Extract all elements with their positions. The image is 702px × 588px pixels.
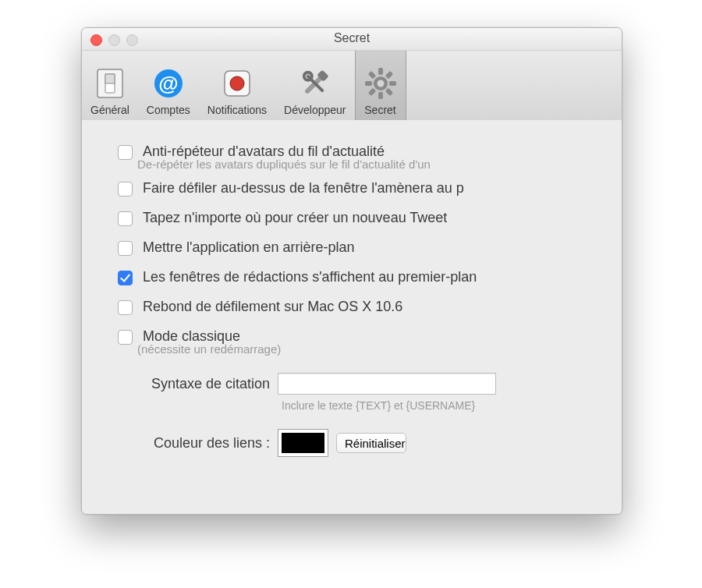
tab-label: Général [90, 104, 129, 116]
svg-rect-17 [367, 88, 376, 97]
svg-text:@: @ [158, 72, 178, 95]
secret-pane: Anti-répéteur d'avatars du fil d'actuali… [82, 120, 622, 514]
link-color-row: Couleur des liens : Réinitialiser [137, 429, 589, 457]
tab-label: Développeur [284, 104, 346, 116]
svg-rect-12 [378, 68, 383, 75]
option-sublabel: De-répéter les avatars dupliqués sur le … [137, 158, 589, 171]
tab-secret[interactable]: Secret [355, 51, 406, 121]
preferences-toolbar: Général @ Comptes Notifications [82, 51, 622, 122]
tab-label: Comptes [147, 104, 190, 116]
anti-repeater-checkbox[interactable] [118, 145, 133, 160]
tools-icon [298, 66, 332, 101]
reset-link-color-button[interactable]: Réinitialiser [336, 433, 406, 453]
svg-point-6 [230, 76, 244, 90]
svg-rect-14 [365, 81, 372, 86]
quote-syntax-hint: Inclure le texte {TEXT} et {USERNAME} [282, 399, 589, 412]
svg-rect-13 [378, 92, 383, 99]
quote-syntax-input[interactable] [278, 373, 496, 395]
preferences-window: Secret Général @ Comptes [81, 27, 622, 515]
tab-general[interactable]: Général [82, 51, 138, 121]
link-color-well[interactable] [278, 429, 328, 457]
record-icon [220, 66, 254, 101]
option-scroll-above: Faire défiler au-dessus de la fenêtre l'… [115, 180, 589, 199]
option-scroll-bounce: Rebond de défilement sur Mac OS X 10.6 [115, 299, 589, 317]
scroll-bounce-checkbox[interactable] [118, 300, 133, 315]
svg-rect-18 [367, 71, 376, 80]
option-sublabel: (nécessite un redémarrage) [137, 342, 589, 356]
svg-point-20 [377, 80, 384, 87]
titlebar: Secret [82, 28, 622, 51]
svg-rect-15 [389, 81, 396, 86]
color-swatch [282, 433, 324, 453]
option-label: Tapez n'importe où pour créer un nouveau… [143, 210, 447, 226]
at-sign-icon: @ [151, 66, 186, 101]
background-checkbox[interactable] [118, 241, 133, 256]
link-color-label: Couleur des liens : [137, 435, 270, 452]
option-label: Faire défiler au-dessus de la fenêtre l'… [143, 180, 464, 197]
tab-notifications[interactable]: Notifications [199, 51, 275, 121]
quote-syntax-row: Syntaxe de citation [137, 373, 589, 395]
svg-rect-19 [385, 88, 393, 97]
scroll-above-checkbox[interactable] [118, 182, 133, 197]
option-compose-foreground: Les fenêtres de rédactions s'affichent a… [115, 269, 589, 288]
tab-label: Secret [364, 104, 395, 116]
option-type-anywhere: Tapez n'importe où pour créer un nouveau… [115, 210, 589, 228]
quote-syntax-label: Syntaxe de citation [137, 376, 270, 392]
switch-icon [93, 66, 127, 101]
window-title: Secret [82, 31, 622, 45]
gear-icon [363, 66, 398, 101]
option-label: Mettre l'application en arrière-plan [143, 239, 355, 256]
tab-label: Notifications [207, 104, 267, 116]
svg-rect-2 [105, 74, 115, 83]
classic-mode-checkbox[interactable] [118, 330, 133, 345]
tab-developer[interactable]: Développeur [275, 51, 354, 121]
tab-accounts[interactable]: @ Comptes [138, 51, 199, 121]
option-label: Les fenêtres de rédactions s'affichent a… [143, 269, 477, 285]
svg-rect-16 [385, 71, 393, 80]
option-background: Mettre l'application en arrière-plan [115, 239, 589, 258]
type-anywhere-checkbox[interactable] [118, 211, 133, 226]
compose-foreground-checkbox[interactable] [118, 271, 133, 285]
option-label: Rebond de défilement sur Mac OS X 10.6 [143, 299, 402, 315]
